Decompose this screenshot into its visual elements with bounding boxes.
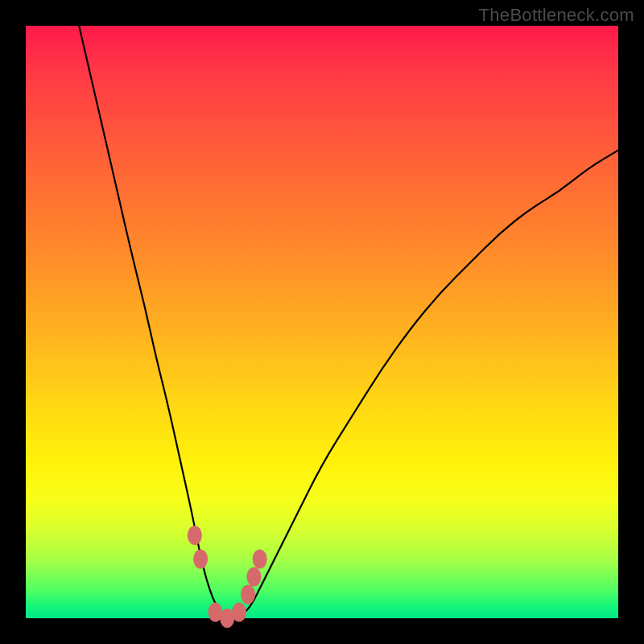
- curve-marker: [193, 549, 208, 568]
- marker-group: [188, 526, 267, 628]
- curve-marker: [241, 585, 255, 605]
- plot-area: [26, 26, 618, 618]
- curve-marker: [253, 549, 267, 568]
- curve-marker: [232, 603, 246, 622]
- curve-layer: [26, 26, 618, 618]
- curve-marker: [246, 568, 261, 587]
- chart-frame: TheBottleneck.com: [0, 0, 644, 644]
- watermark-text: TheBottleneck.com: [479, 5, 634, 26]
- curve-marker: [188, 526, 202, 545]
- bottleneck-curve: [79, 26, 618, 618]
